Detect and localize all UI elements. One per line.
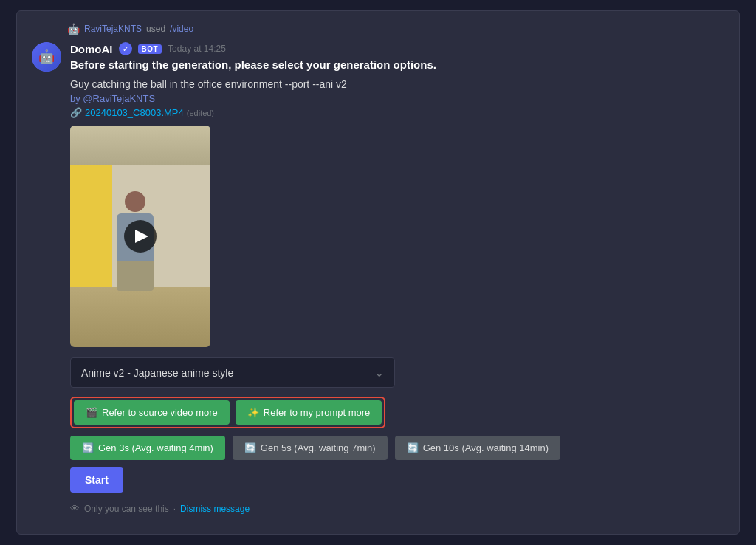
- gen-3s-icon: 🔄: [82, 442, 94, 453]
- play-button[interactable]: [124, 220, 157, 253]
- edited-label: (edited): [187, 109, 214, 117]
- play-triangle-icon: [135, 230, 148, 243]
- gen-3s-label: Gen 3s (Avg. waiting 4min): [98, 442, 213, 453]
- file-link-row: 🔗 20240103_C8003.MP4 (edited): [70, 107, 724, 118]
- refer-prompt-icon: ✨: [247, 407, 259, 418]
- eye-icon: 👁: [70, 503, 80, 514]
- gen-10s-label: Gen 10s (Avg. waiting 14min): [423, 442, 549, 453]
- refer-video-icon: 🎬: [86, 407, 97, 418]
- video-thumbnail[interactable]: [70, 126, 210, 347]
- bot-name: DomoAI: [70, 43, 113, 55]
- gen-10s-icon: 🔄: [407, 442, 419, 453]
- prompt-text: Guy catching the ball in the office envi…: [70, 78, 724, 90]
- message-row: 🤖 DomoAI ✓ BOT Today at 14:25 Before sta…: [32, 42, 724, 514]
- video-background: [70, 126, 210, 347]
- gen-3s-button[interactable]: 🔄 Gen 3s (Avg. waiting 4min): [70, 436, 225, 460]
- highlighted-button-row: 🎬 Refer to source video more ✨ Refer to …: [70, 397, 385, 428]
- bot-badge: BOT: [138, 44, 162, 54]
- scene-ceiling: [70, 126, 210, 165]
- style-dropdown[interactable]: Anime v2 - Japanese anime style ⌄: [70, 357, 395, 388]
- start-label: Start: [85, 474, 109, 486]
- visibility-row: 👁 Only you can see this · Dismiss messag…: [70, 503, 724, 514]
- dropdown-value: Anime v2 - Japanese anime style: [81, 367, 233, 379]
- bot-avatar-image: 🤖: [32, 42, 61, 72]
- gen-5s-button[interactable]: 🔄 Gen 5s (Avg. waiting 7min): [233, 436, 388, 460]
- command-slash: /video: [170, 24, 193, 34]
- by-user-text: by @RaviTejaKNTS: [70, 93, 724, 104]
- command-username: RaviTejaKNTS: [84, 24, 142, 34]
- refer-source-video-label: Refer to source video more: [102, 407, 218, 418]
- visibility-text: Only you can see this: [84, 504, 169, 514]
- chat-area: 🤖 RaviTejaKNTS used /video 🤖 DomoAI ✓ BO…: [17, 11, 739, 534]
- message-content: DomoAI ✓ BOT Today at 14:25 Before start…: [70, 42, 724, 514]
- gen-buttons-row: 🔄 Gen 3s (Avg. waiting 4min) 🔄 Gen 5s (A…: [70, 436, 724, 460]
- message-header: DomoAI ✓ BOT Today at 14:25: [70, 42, 724, 55]
- scene-floor: [70, 287, 210, 347]
- avatar: 🤖: [32, 42, 61, 72]
- main-message-text: Before starting the generation, please s…: [70, 58, 724, 71]
- gen-10s-button[interactable]: 🔄 Gen 10s (Avg. waiting 14min): [395, 436, 560, 460]
- start-button[interactable]: Start: [70, 467, 123, 493]
- refer-prompt-button[interactable]: ✨ Refer to my prompt more: [236, 400, 382, 425]
- refer-prompt-label: Refer to my prompt more: [264, 407, 371, 418]
- used-command-row: 🤖 RaviTejaKNTS used /video: [67, 23, 724, 35]
- bullet-separator: ·: [173, 504, 176, 514]
- figure-head: [125, 191, 145, 212]
- gen-5s-label: Gen 5s (Avg. waiting 7min): [261, 442, 376, 453]
- figure-legs: [117, 261, 154, 291]
- file-name: 20240103_C8003.MP4: [85, 107, 184, 118]
- scene-wall-left: [70, 165, 112, 287]
- dismiss-link[interactable]: Dismiss message: [180, 504, 250, 514]
- chevron-down-icon: ⌄: [374, 366, 384, 380]
- message-timestamp: Today at 14:25: [168, 44, 226, 54]
- gen-5s-icon: 🔄: [244, 442, 256, 453]
- verified-icon: ✓: [119, 42, 132, 55]
- discord-window: 🤖 RaviTejaKNTS used /video 🤖 DomoAI ✓ BO…: [16, 10, 740, 535]
- refer-source-video-button[interactable]: 🎬 Refer to source video more: [74, 400, 230, 425]
- link-icon: 🔗: [70, 107, 82, 118]
- command-used-text: used: [146, 24, 165, 34]
